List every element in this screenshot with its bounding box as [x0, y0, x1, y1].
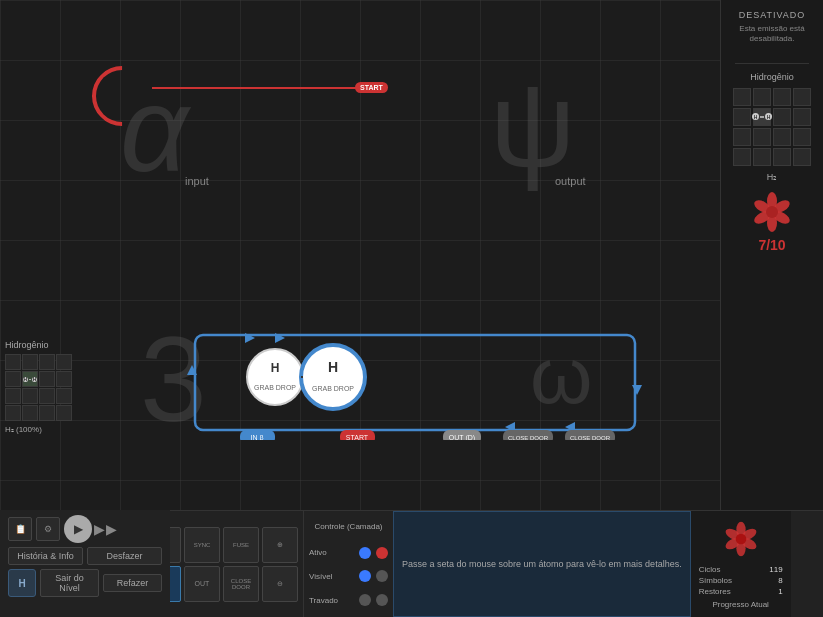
active-toggle-blue[interactable] [359, 547, 371, 559]
tool-bond2[interactable]: ⊖ [262, 566, 298, 602]
hl-cell [39, 405, 55, 421]
mol-cell [773, 148, 791, 166]
stats-flower-icon [711, 519, 771, 559]
input-circle [80, 54, 165, 139]
active-row: Ativo [309, 547, 388, 559]
svg-marker-3 [632, 385, 642, 395]
tool-closedoor2[interactable]: CLOSEDOOR [223, 566, 259, 602]
exit-btn[interactable]: Sair do Nível [40, 569, 99, 597]
hl-cell [5, 371, 21, 387]
hl-cell [5, 354, 21, 370]
ff-arrow-2[interactable]: ▶ [106, 521, 117, 537]
hl-cell [5, 388, 21, 404]
right-panel: DESATIVADO Esta emissão está desabilitad… [720, 0, 823, 510]
svg-point-30 [766, 206, 778, 218]
info-panel: Passe a seta do mouse sobre um átomo par… [393, 511, 691, 617]
settings-icon-btn[interactable]: ⚙ [36, 517, 60, 541]
start-bubble-top: START [355, 82, 388, 93]
mol-cell [753, 148, 771, 166]
hl-cell [39, 371, 55, 387]
h-atom: H [752, 113, 759, 120]
tool-fuse[interactable]: FUSE [223, 527, 259, 563]
left-hydro-grid: H H [5, 354, 80, 421]
left-toolbar[interactable]: 📋 ⚙ ▶ ▶ ▶ História & Info Desfazer H Sai… [0, 510, 170, 617]
svg-point-10 [301, 345, 365, 409]
svg-text:IN β: IN β [251, 434, 264, 440]
h2-label: H₂ [767, 172, 778, 182]
count-label: 7/10 [758, 237, 785, 253]
tool-bond[interactable]: ⊕ [262, 527, 298, 563]
info-text: Passe a seta do mouse sobre um átomo par… [402, 556, 682, 572]
restores-label: Restores [699, 587, 731, 596]
history-btn[interactable]: História & Info [8, 547, 83, 565]
h-molecule-btn[interactable]: H [8, 569, 36, 597]
status-desc: Esta emissão está desabilitada. [726, 24, 818, 45]
output-label: output [555, 175, 586, 187]
svg-text:START: START [346, 434, 369, 440]
ff-arrow-1[interactable]: ▶ [94, 521, 105, 537]
hl-cell [22, 388, 38, 404]
hh-molecule: H H [752, 113, 772, 120]
visible-toggle-gray[interactable] [376, 570, 388, 582]
svg-text:OUT (D): OUT (D) [449, 434, 475, 440]
hl-cell [22, 354, 38, 370]
flower-icon [752, 192, 792, 232]
input-label: input [185, 175, 209, 187]
visible-toggle-blue[interactable] [359, 570, 371, 582]
play-button[interactable]: ▶ [64, 515, 92, 543]
svg-text:H: H [328, 359, 338, 375]
mol-cell [773, 88, 791, 106]
mol-cell [753, 88, 771, 106]
svg-text:GRAB DROP: GRAB DROP [312, 385, 354, 392]
tool-label: FUSE [233, 542, 249, 548]
redo-btn[interactable]: Refazer [103, 574, 162, 592]
top-btn-row: 📋 ⚙ ▶ ▶ ▶ [8, 515, 162, 543]
left-hydro-label: Hidrogênio [5, 340, 80, 350]
svg-text:CLOSE DOOR: CLOSE DOOR [570, 435, 611, 440]
symbols-label: Símbolos [699, 576, 732, 585]
mol-cell [773, 128, 791, 146]
divider-1 [735, 63, 809, 64]
bond [760, 116, 764, 118]
mol-cell [793, 108, 811, 126]
mol-cell [793, 128, 811, 146]
circuit-svg: H GRAB DROP H GRAB DROP IN β START OUT (… [185, 325, 645, 440]
locked-label: Travado [309, 596, 354, 605]
hl-cell [56, 371, 72, 387]
visible-label: Visível [309, 572, 354, 581]
tool-label: CLOSEDOOR [231, 578, 251, 590]
cycles-row: Ciclos 119 [699, 565, 783, 574]
h-atom: H [765, 113, 772, 120]
mol-cell [733, 88, 751, 106]
locked-toggle-1[interactable] [359, 594, 371, 606]
restores-value: 1 [778, 587, 782, 596]
locked-row: Travado [309, 594, 388, 606]
symbols-value: 8 [778, 576, 782, 585]
red-connection-line [152, 87, 367, 89]
right-molecule-label: Hidrogênio [750, 72, 794, 82]
active-toggle-red[interactable] [376, 547, 388, 559]
hl-cell [39, 388, 55, 404]
tool-sync[interactable]: SYNC [184, 527, 220, 563]
circuit-container: H GRAB DROP H GRAB DROP IN β START OUT (… [185, 325, 645, 440]
right-molecule-grid: H H [733, 88, 811, 166]
tool-label: SYNC [194, 542, 211, 548]
tool-label: ⊕ [277, 541, 283, 549]
mol-cell [733, 148, 751, 166]
mol-cell [793, 88, 811, 106]
history-icon-btn[interactable]: 📋 [8, 517, 32, 541]
cycles-value: 119 [769, 565, 782, 574]
locked-toggle-2[interactable] [376, 594, 388, 606]
tool-label: OUT [195, 580, 210, 587]
mol-cell [733, 128, 751, 146]
undo-btn[interactable]: Desfazer [87, 547, 162, 565]
tool-out[interactable]: OUT [184, 566, 220, 602]
svg-text:GRAB DROP: GRAB DROP [254, 384, 296, 391]
status-title: DESATIVADO [726, 10, 818, 20]
stats-panel: Ciclos 119 Símbolos 8 Restores 1 Progres… [691, 511, 791, 617]
hl-cell [56, 405, 72, 421]
progress-label: Progresso Atual [699, 600, 783, 609]
active-label: Ativo [309, 548, 354, 557]
playback-controls: ▶ ▶ ▶ [64, 515, 117, 543]
bottom-toolbar: 📋 ⚙ ▶ ▶ ▶ História & Info Desfazer H Sai… [0, 510, 823, 617]
